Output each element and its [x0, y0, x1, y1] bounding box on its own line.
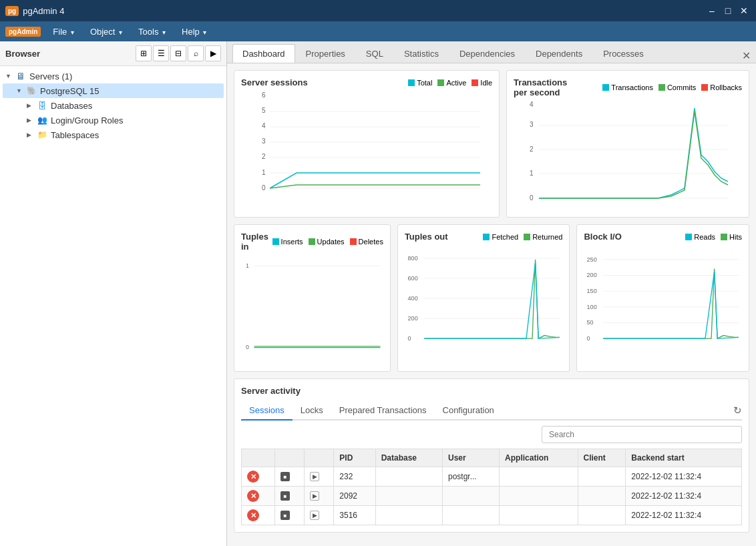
tab-processes[interactable]: Processes — [593, 44, 654, 63]
tuples-in-header: Tuples in Inserts Updates Deletes — [241, 232, 383, 252]
cell-client — [578, 506, 626, 525]
postgres-icon: 🐘 — [25, 85, 37, 96]
table-wrapper: PID Database User Application Client Bac… — [241, 449, 742, 525]
terminate-button[interactable]: ✕ — [247, 471, 259, 483]
svg-text:0: 0 — [530, 194, 534, 202]
sidebar-item-tablespaces[interactable]: ▶ 📁 Tablespaces — [3, 127, 224, 142]
tab-dashboard[interactable]: Dashboard — [232, 44, 295, 63]
svg-text:4: 4 — [530, 101, 534, 108]
tab-dependents[interactable]: Dependents — [526, 44, 592, 63]
server-sessions-legend: Total Active Idle — [408, 79, 492, 87]
tree-panel: ▼ 🖥 Servers (1) ▼ 🐘 PostgreSQL 15 ▶ 🗄 Da… — [0, 66, 226, 546]
cell-terminate: ✕ — [242, 487, 275, 506]
server-sessions-card: Server sessions Total Active Idle 0 1 2 — [234, 70, 500, 218]
cell-application — [500, 467, 578, 487]
titlebar-title: pgAdmin 4 — [23, 6, 64, 16]
sidebar-item-loginroles[interactable]: ▶ 👥 Login/Group Roles — [3, 113, 224, 127]
cell-expand: ▶ — [305, 467, 334, 487]
svg-text:1: 1 — [246, 262, 249, 269]
transactions-chart: 0 1 2 3 4 — [514, 101, 742, 210]
activity-tab-sessions[interactable]: Sessions — [241, 401, 293, 421]
menubar: pgAdmin File ▾ Object ▾ Tools ▾ Help ▾ — [0, 21, 756, 41]
tablespaces-chevron: ▶ — [27, 131, 36, 138]
col-client: Client — [578, 449, 626, 467]
svg-text:800: 800 — [407, 255, 417, 262]
transactions-header: Transactionsper second Transactions Comm… — [514, 77, 742, 97]
sidebar-grid-button[interactable]: ⊞ — [136, 45, 152, 61]
legend-transactions: Transactions — [611, 83, 653, 91]
svg-text:0: 0 — [587, 335, 590, 342]
transactions-card: Transactionsper second Transactions Comm… — [506, 70, 749, 218]
cell-expand: ▶ — [305, 506, 334, 525]
stop-button[interactable]: ■ — [280, 472, 290, 481]
expand-button[interactable]: ▶ — [310, 511, 319, 520]
tab-close-button[interactable]: ✕ — [742, 49, 751, 62]
cell-expand: ▶ — [305, 487, 334, 506]
databases-label: Databases — [51, 101, 92, 111]
cell-client — [578, 487, 626, 506]
main-layout: Browser ⊞ ☰ ⊟ ⌕ ▶ ▼ 🖥 Servers (1) ▼ 🐘 Po… — [0, 41, 756, 546]
cell-terminate: ✕ — [242, 467, 275, 487]
col-user: User — [442, 449, 499, 467]
sidebar-item-servers[interactable]: ▼ 🖥 Servers (1) — [3, 69, 224, 83]
activity-tab-locks[interactable]: Locks — [293, 401, 331, 421]
activity-card: Server activity Sessions Locks Prepared … — [234, 378, 749, 533]
svg-text:2: 2 — [262, 153, 266, 160]
activity-tab-configuration[interactable]: Configuration — [435, 401, 502, 421]
cell-application — [500, 487, 578, 506]
maximize-button[interactable]: □ — [721, 4, 735, 17]
sidebar: Browser ⊞ ☰ ⊟ ⌕ ▶ ▼ 🖥 Servers (1) ▼ 🐘 Po… — [0, 41, 227, 546]
legend-rollbacks: Rollbacks — [710, 83, 742, 91]
legend-total: Total — [417, 79, 432, 87]
cell-client — [578, 467, 626, 487]
tab-properties[interactable]: Properties — [296, 44, 355, 63]
minimize-button[interactable]: – — [705, 4, 719, 17]
svg-text:600: 600 — [407, 275, 417, 282]
sidebar-columns-button[interactable]: ⊟ — [170, 45, 186, 61]
block-io-chart: 0 50 100 150 200 250 — [584, 246, 742, 354]
object-menu[interactable]: Object ▾ — [83, 24, 129, 39]
tab-dependencies[interactable]: Dependencies — [449, 44, 525, 63]
search-input[interactable] — [542, 426, 742, 443]
charts-row-1: Server sessions Total Active Idle 0 1 2 — [234, 70, 749, 218]
stop-button[interactable]: ■ — [280, 491, 290, 501]
titlebar-logo: pg — [5, 6, 19, 16]
cell-application — [500, 506, 578, 525]
sidebar-search-button[interactable]: ⌕ — [188, 45, 204, 61]
col-application: Application — [500, 449, 578, 467]
servers-label: Servers (1) — [29, 71, 72, 81]
sidebar-forward-button[interactable]: ▶ — [205, 45, 221, 61]
terminate-button[interactable]: ✕ — [247, 509, 259, 521]
sidebar-item-postgresql15[interactable]: ▼ 🐘 PostgreSQL 15 — [3, 83, 224, 98]
help-menu[interactable]: Help ▾ — [175, 24, 213, 39]
tab-sql[interactable]: SQL — [356, 44, 393, 63]
terminate-button[interactable]: ✕ — [247, 490, 259, 502]
pg15-chevron: ▼ — [16, 87, 25, 94]
legend-reads: Reads — [694, 233, 715, 241]
tab-statistics[interactable]: Statistics — [394, 44, 449, 63]
close-button[interactable]: ✕ — [737, 4, 751, 17]
legend-inserts: Inserts — [281, 238, 303, 246]
activity-refresh-button[interactable]: ↻ — [733, 404, 742, 417]
activity-title: Server activity — [241, 386, 742, 396]
file-menu[interactable]: File ▾ — [46, 24, 81, 39]
stop-button[interactable]: ■ — [280, 511, 290, 520]
tuples-out-card: Tuples out Fetched Returned 0 200 400 60… — [397, 224, 570, 372]
sidebar-item-databases[interactable]: ▶ 🗄 Databases — [3, 98, 224, 113]
cell-database — [375, 487, 442, 506]
svg-text:5: 5 — [262, 107, 266, 114]
expand-button[interactable]: ▶ — [310, 472, 319, 481]
cell-terminate: ✕ — [242, 506, 275, 525]
transactions-title: Transactionsper second — [514, 77, 567, 97]
cell-backend-start: 2022-12-02 11:32:4 — [626, 467, 742, 487]
svg-text:250: 250 — [587, 256, 597, 263]
cell-stop: ■ — [274, 506, 304, 525]
activity-tab-prepared[interactable]: Prepared Transactions — [331, 401, 435, 421]
server-sessions-header: Server sessions Total Active Idle — [241, 77, 492, 87]
titlebar: pg pgAdmin 4 – □ ✕ — [0, 0, 756, 21]
expand-button[interactable]: ▶ — [310, 491, 319, 501]
tools-menu[interactable]: Tools ▾ — [132, 24, 172, 39]
legend-fetched: Fetched — [492, 233, 518, 241]
transactions-legend: Transactions Commits Rollbacks — [602, 83, 742, 91]
sidebar-list-button[interactable]: ☰ — [153, 45, 169, 61]
